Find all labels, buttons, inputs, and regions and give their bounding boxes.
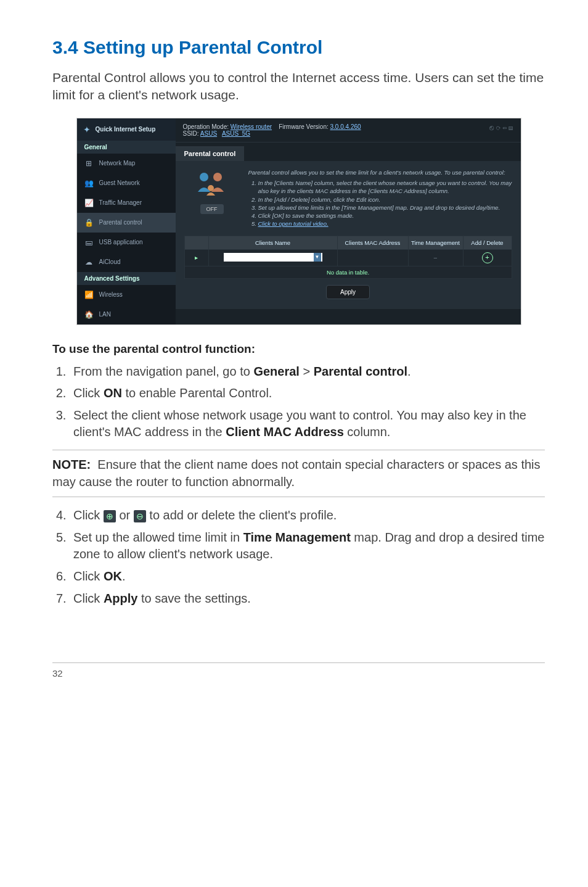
steps-heading: To use the parental control function: bbox=[52, 342, 545, 356]
add-icon: ⊕ bbox=[104, 510, 116, 522]
nav-guest-network-icon: 👥 bbox=[84, 179, 93, 188]
add-client-button[interactable]: + bbox=[482, 252, 493, 263]
screenshot-topbar: Operation Mode: Wireless router Firmware… bbox=[176, 118, 521, 142]
ssid-link-1[interactable]: ASUS bbox=[200, 130, 217, 137]
family-icon bbox=[190, 168, 234, 199]
nav-usb-application-icon: 🖴 bbox=[84, 238, 93, 247]
nav-usb-application[interactable]: 🖴USB application bbox=[77, 233, 176, 252]
page-footer: 32 bbox=[52, 662, 545, 679]
ssid-link-2[interactable]: ASUS_5G bbox=[222, 130, 250, 137]
nav-lan[interactable]: 🏠LAN bbox=[77, 305, 176, 324]
nav-traffic-manager-icon: 📈 bbox=[84, 199, 93, 207]
intro-text: Parental Control allows you to control t… bbox=[52, 69, 545, 104]
screenshot-main: Operation Mode: Wireless router Firmware… bbox=[176, 118, 521, 324]
step-item: 7.Click Apply to save the settings. bbox=[52, 590, 545, 608]
nav-guest-network-label: Guest Network bbox=[99, 179, 140, 186]
nav-usb-application-label: USB application bbox=[99, 239, 143, 245]
section-heading: 3.4 Setting up Parental Control bbox=[52, 37, 545, 58]
qis-label: Quick Internet Setup bbox=[96, 126, 156, 133]
table-header-cell: Time Management bbox=[408, 236, 463, 249]
op-mode-link[interactable]: Wireless router bbox=[231, 123, 272, 130]
instruction-step: Set up allowed time limits in the [Time … bbox=[258, 204, 512, 212]
no-data-message: No data in table. bbox=[184, 266, 512, 278]
nav-aicloud-icon: ☁ bbox=[84, 258, 93, 266]
nav-lan-label: LAN bbox=[99, 311, 111, 318]
magic-wand-icon: ✦ bbox=[83, 125, 91, 134]
step-item: 5.Set up the allowed time limit in Time … bbox=[52, 529, 545, 563]
sidebar-nav-advanced: 📶Wireless🏠LAN bbox=[77, 285, 176, 324]
sidebar-nav: ⊞Network Map👥Guest Network📈Traffic Manag… bbox=[77, 154, 176, 272]
row-marker-icon: ▸ bbox=[195, 254, 198, 261]
fw-label: Firmware Version: bbox=[279, 123, 329, 130]
instruction-text: Parental control allows you to set the t… bbox=[248, 168, 512, 228]
toggle-switch[interactable]: OFF bbox=[200, 204, 224, 214]
instruction-step: In the [Add / Delete] column, click the … bbox=[258, 196, 512, 204]
nav-traffic-manager[interactable]: 📈Traffic Manager bbox=[77, 193, 176, 213]
table-header-cell bbox=[184, 236, 208, 249]
step-item: Click ON to enable Parental Control. bbox=[70, 385, 545, 402]
svg-point-1 bbox=[213, 173, 222, 181]
nav-parental-control-icon: 🔒 bbox=[84, 218, 93, 227]
screenshot-parental-control: ✦ Quick Internet Setup General ⊞Network … bbox=[76, 118, 521, 325]
nav-parental-control[interactable]: 🔒Parental control bbox=[77, 213, 176, 233]
nav-wireless-icon: 📶 bbox=[84, 291, 93, 299]
table-input-row: ▸ – + bbox=[184, 249, 512, 266]
instruction-step: Click to open tutorial video. bbox=[258, 220, 512, 228]
nav-aicloud-label: AiCloud bbox=[99, 258, 121, 265]
apply-button[interactable]: Apply bbox=[326, 285, 370, 299]
table-header-cell: Add / Delete bbox=[463, 236, 512, 249]
step-item: 6.Click OK. bbox=[52, 568, 545, 585]
nav-network-map-icon: ⊞ bbox=[84, 159, 93, 168]
tutorial-video-link[interactable]: Click to open tutorial video. bbox=[258, 220, 329, 227]
note-box: NOTE: Ensure that the client name does n… bbox=[52, 450, 545, 497]
table-header-cell: Clients MAC Address bbox=[337, 236, 408, 249]
delete-icon: ⊖ bbox=[134, 510, 146, 522]
step-item: Select the client whose network usage yo… bbox=[70, 407, 545, 441]
instruction-figure: OFF bbox=[184, 168, 240, 228]
note-text: Ensure that the client name does not con… bbox=[52, 458, 541, 489]
fw-link[interactable]: 3.0.0.4.260 bbox=[330, 123, 361, 130]
ssid-label: SSID: bbox=[183, 130, 199, 137]
client-name-dropdown[interactable] bbox=[224, 253, 322, 262]
sidebar-section-advanced: Advanced Settings bbox=[77, 272, 176, 285]
instruction-step: Click [OK] to save the settings made. bbox=[258, 212, 512, 220]
instruction-step: In the [Clients Name] column, select the… bbox=[258, 179, 512, 196]
step-item: 4.Click ⊕ or ⊖ to add or delete the clie… bbox=[52, 507, 545, 524]
op-mode-label: Operation Mode: bbox=[183, 123, 229, 130]
nav-wireless[interactable]: 📶Wireless bbox=[77, 285, 176, 305]
topbar-icons: ⎋ ⟳ ⇦ ▤ bbox=[489, 123, 513, 137]
instruction-lead: Parental control allows you to set the t… bbox=[248, 168, 512, 176]
screenshot-body: OFF Parental control allows you to set t… bbox=[176, 161, 521, 309]
sidebar-section-general: General bbox=[77, 141, 176, 154]
nav-lan-icon: 🏠 bbox=[84, 310, 93, 319]
page-number: 32 bbox=[52, 668, 63, 679]
instruction-block: OFF Parental control allows you to set t… bbox=[184, 168, 512, 228]
nav-traffic-manager-label: Traffic Manager bbox=[99, 199, 142, 206]
tab-parental-control[interactable]: Parental control bbox=[176, 146, 245, 161]
nav-network-map-label: Network Map bbox=[99, 160, 136, 167]
nav-wireless-label: Wireless bbox=[99, 291, 123, 298]
note-label: NOTE: bbox=[52, 458, 91, 471]
nav-network-map[interactable]: ⊞Network Map bbox=[77, 154, 176, 173]
screenshot-sidebar: ✦ Quick Internet Setup General ⊞Network … bbox=[77, 118, 176, 324]
clients-table: Clients NameClients MAC AddressTime Mana… bbox=[184, 236, 512, 279]
steps-list-1: From the navigation panel, go to General… bbox=[52, 363, 545, 441]
steps-list-2: 4.Click ⊕ or ⊖ to add or delete the clie… bbox=[52, 507, 545, 607]
nav-guest-network[interactable]: 👥Guest Network bbox=[77, 173, 176, 193]
nav-aicloud[interactable]: ☁AiCloud bbox=[77, 252, 176, 272]
step-item: From the navigation panel, go to General… bbox=[70, 363, 545, 381]
table-header-cell: Clients Name bbox=[208, 236, 337, 249]
nav-parental-control-label: Parental control bbox=[99, 219, 142, 226]
svg-point-0 bbox=[200, 173, 208, 181]
quick-internet-setup[interactable]: ✦ Quick Internet Setup bbox=[77, 118, 176, 141]
